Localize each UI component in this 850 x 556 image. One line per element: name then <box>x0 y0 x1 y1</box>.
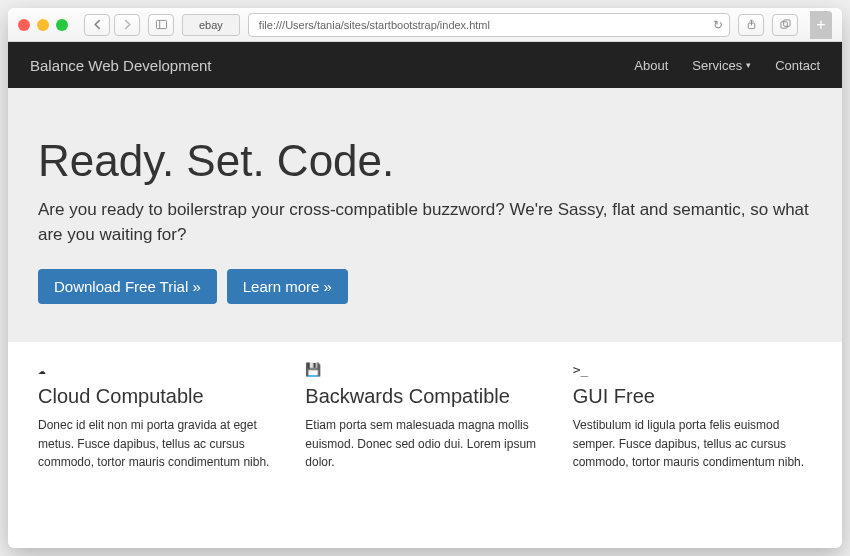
new-tab-button[interactable]: + <box>810 11 832 39</box>
back-button[interactable] <box>84 14 110 36</box>
browser-tab[interactable]: ebay <box>182 14 240 36</box>
download-trial-button[interactable]: Download Free Trial » <box>38 269 217 304</box>
tab-label: ebay <box>199 19 223 31</box>
learn-more-button[interactable]: Learn more » <box>227 269 348 304</box>
feature-title: GUI Free <box>573 385 812 408</box>
url-text: file:///Users/tania/sites/startbootstrap… <box>259 19 490 31</box>
hero-buttons: Download Free Trial » Learn more » <box>38 269 812 304</box>
feature-cloud: ☁ Cloud Computable Donec id elit non mi … <box>38 362 277 472</box>
share-button[interactable] <box>738 14 764 36</box>
chevron-down-icon: ▾ <box>746 60 751 70</box>
reload-icon[interactable]: ↻ <box>713 18 723 32</box>
hero-heading: Ready. Set. Code. <box>38 136 812 186</box>
feature-gui-free: >_ GUI Free Vestibulum id ligula porta f… <box>573 362 812 472</box>
feature-title: Backwards Compatible <box>305 385 544 408</box>
close-window-button[interactable] <box>18 19 30 31</box>
feature-title: Cloud Computable <box>38 385 277 408</box>
svg-rect-0 <box>156 20 166 28</box>
jumbotron: Ready. Set. Code. Are you ready to boile… <box>8 88 842 342</box>
sidebar-toggle-button[interactable] <box>148 14 174 36</box>
brand[interactable]: Balance Web Development <box>30 57 212 74</box>
feature-text: Donec id elit non mi porta gravida at eg… <box>38 416 277 472</box>
nav-about[interactable]: About <box>634 58 668 73</box>
save-icon: 💾 <box>305 362 544 377</box>
feature-backwards: 💾 Backwards Compatible Etiam porta sem m… <box>305 362 544 472</box>
maximize-window-button[interactable] <box>56 19 68 31</box>
nav-links: About Services▾ Contact <box>634 58 820 73</box>
forward-button[interactable] <box>114 14 140 36</box>
site-navbar: Balance Web Development About Services▾ … <box>8 42 842 88</box>
nav-services[interactable]: Services▾ <box>692 58 751 73</box>
tabs-overview-button[interactable] <box>772 14 798 36</box>
traffic-lights <box>18 19 68 31</box>
feature-text: Etiam porta sem malesuada magna mollis e… <box>305 416 544 472</box>
address-bar[interactable]: file:///Users/tania/sites/startbootstrap… <box>248 13 730 37</box>
titlebar: ebay file:///Users/tania/sites/startboot… <box>8 8 842 42</box>
page-content: Balance Web Development About Services▾ … <box>8 42 842 548</box>
browser-window: ebay file:///Users/tania/sites/startboot… <box>8 8 842 548</box>
features-row: ☁ Cloud Computable Donec id elit non mi … <box>8 342 842 492</box>
terminal-icon: >_ <box>573 362 812 377</box>
cloud-icon: ☁ <box>38 362 277 377</box>
minimize-window-button[interactable] <box>37 19 49 31</box>
feature-text: Vestibulum id ligula porta felis euismod… <box>573 416 812 472</box>
hero-lead: Are you ready to boilerstrap your cross-… <box>38 198 812 247</box>
nav-contact[interactable]: Contact <box>775 58 820 73</box>
